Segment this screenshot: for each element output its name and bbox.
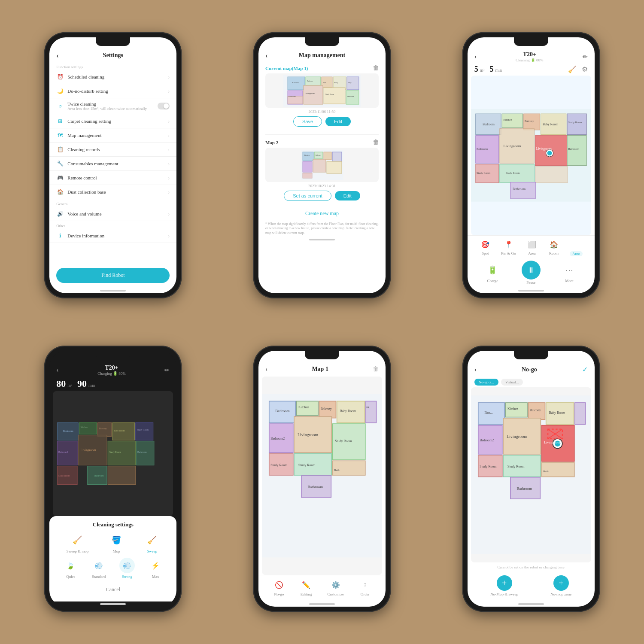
clock-icon: ⏰	[56, 73, 64, 81]
svg-rect-23	[324, 152, 331, 160]
settings-item-records[interactable]: 📋 Cleaning records ›	[49, 143, 176, 157]
sweep-options: 🧹 Sweep & mop 🪣 Mop 🧹 Sweep	[56, 532, 170, 553]
svg-text:Livingroom: Livingroom	[305, 92, 315, 94]
mode-spot[interactable]: 🎯 Spot	[479, 238, 491, 256]
virtual-tab[interactable]: Virtual...	[501, 379, 523, 386]
map-management-title: Map management	[299, 52, 346, 58]
settings-item-remote[interactable]: 🎮 Remote control ›	[49, 171, 176, 185]
pause-control[interactable]: ⏸ Pause	[522, 261, 541, 285]
settings-item-twice[interactable]: ↺ Twice cleaning Area less than 15m², wi…	[49, 98, 176, 114]
map2-section: Map 2 🗑 Kitchen Bal	[258, 137, 386, 207]
no-mop-sweep-plus-icon[interactable]: +	[497, 575, 512, 591]
no-mop-sweep-action[interactable]: + No-Mop & sweep	[490, 575, 518, 596]
settings-item-device[interactable]: ℹ Device information ›	[49, 229, 176, 243]
editing-tool-label: Editing	[301, 592, 312, 596]
sweep-mop-option[interactable]: 🧹 Sweep & mop	[67, 532, 89, 553]
settings-item-voice[interactable]: 🔊 Voice and volume ›	[49, 207, 176, 221]
no-mop-zone-action[interactable]: + No-mop zone	[550, 575, 571, 596]
back-arrow-nogo-icon[interactable]: ‹	[474, 366, 477, 374]
moon-icon: 🌙	[56, 87, 64, 95]
strong-option[interactable]: 💨 Strong	[119, 558, 135, 579]
map1-bg: Bedroom Kitchen Balcony Baby Room BL Bed…	[262, 377, 382, 575]
map1-title: Map 1	[312, 366, 328, 373]
t20-area-unit: m²	[480, 68, 485, 73]
back-arrow-icon[interactable]: ‹	[56, 52, 58, 60]
settings-item-carpet[interactable]: ⊞ Carpet cleaning setting ›	[49, 114, 176, 128]
customize-tool[interactable]: ⚙️ Customize	[327, 579, 344, 596]
mode-auto[interactable]: Auto	[570, 238, 583, 256]
quiet-option[interactable]: 🍃 Quiet	[63, 558, 78, 579]
edit-icon[interactable]: ✏	[583, 53, 588, 61]
mode-room[interactable]: 🏠 Room	[548, 238, 560, 256]
delete-map1-icon[interactable]: 🗑	[373, 366, 379, 373]
svg-text:Livingroom: Livingroom	[503, 144, 521, 148]
delete-icon2[interactable]: 🗑	[373, 139, 379, 146]
chevron-right-icon4: ›	[168, 132, 170, 139]
mode-pin-go[interactable]: 📍 Pin & Go	[501, 238, 516, 256]
cancel-button[interactable]: Cancel	[56, 583, 170, 596]
area-label: Area	[528, 251, 536, 255]
nogo-zone-tab[interactable]: No-go z...	[474, 379, 498, 386]
twice-sub: Area less than 15m², will clean twice au…	[67, 106, 154, 111]
svg-text:Study Room: Study Room	[137, 428, 149, 431]
chevron-right-icon10: ›	[168, 233, 170, 239]
create-new-map-button[interactable]: Create new map	[258, 207, 386, 220]
delete-icon[interactable]: 🗑	[373, 65, 379, 72]
sweep-option[interactable]: 🧹 Sweep	[144, 532, 160, 553]
confirm-nogo-icon[interactable]: ✓	[582, 365, 588, 374]
current-map-section: Current map(Map 1) 🗑	[258, 62, 386, 133]
customize-tool-label: Customize	[327, 592, 344, 596]
standard-option[interactable]: 💨 Standard	[91, 558, 106, 579]
nogo-tool[interactable]: 🚫 No-go	[273, 579, 285, 596]
svg-text:Balcony: Balcony	[525, 119, 534, 122]
back-arrow-t20-icon[interactable]: ‹	[474, 53, 477, 61]
svg-text:Study Room: Study Room	[505, 171, 519, 174]
back-arrow-dark-icon[interactable]: ‹	[56, 366, 58, 374]
svg-text:BL: BL	[366, 406, 370, 409]
edit-button[interactable]: Edit	[325, 117, 351, 126]
strong-icon: 💨	[119, 558, 135, 573]
svg-text:Study Room: Study Room	[477, 171, 490, 174]
edit-dark-icon[interactable]: ✏	[164, 367, 170, 374]
mop-option[interactable]: 🪣 Mop	[109, 532, 124, 553]
settings-item-consumables[interactable]: 🔧 Consumables management ›	[49, 157, 176, 171]
edit-button2[interactable]: Edit	[335, 191, 360, 200]
set-current-button[interactable]: Set as current	[284, 191, 331, 201]
t20-stats: 5 m² 5 min 🧹 ⚙	[468, 63, 595, 76]
charge-label: Charge	[487, 279, 498, 283]
sweep-mop-icon: 🧹	[70, 532, 85, 548]
more-control[interactable]: ⋯ More	[562, 262, 577, 283]
settings-item-dust[interactable]: 🏠 Dust collection base ›	[49, 185, 176, 199]
phone-notch6	[514, 351, 548, 359]
pause-button[interactable]: ⏸	[522, 261, 541, 279]
svg-text:Livingroom: Livingroom	[536, 147, 552, 151]
sweep-icon: 🧹	[144, 532, 160, 548]
charge-control[interactable]: 🔋 Charge	[485, 262, 500, 283]
settings-item-map[interactable]: 🗺 Map management ›	[49, 128, 176, 143]
settings-item-dnd[interactable]: 🌙 Do-no-disturb setting ›	[49, 84, 176, 98]
find-robot-button[interactable]: Find Robot	[56, 268, 170, 283]
svg-text:Livingroom: Livingroom	[544, 440, 560, 444]
general-section-label: General	[49, 199, 176, 207]
back-arrow-map-icon[interactable]: ‹	[265, 52, 267, 60]
order-tool[interactable]: ↕ Order	[359, 579, 371, 596]
twice-toggle[interactable]	[158, 103, 170, 109]
max-option[interactable]: ⚡ Max	[148, 558, 163, 579]
settings-item-scheduled[interactable]: ⏰ Scheduled cleaning ›	[49, 70, 176, 84]
nogo-map: Bor... Kitchen Balcony Baby Room Bedroom…	[471, 387, 591, 562]
editing-tool[interactable]: ✏️ Editing	[300, 579, 312, 596]
standard-label: Standard	[92, 574, 106, 579]
no-mop-zone-plus-icon[interactable]: +	[553, 575, 569, 591]
editing-tool-icon: ✏️	[300, 579, 312, 591]
pause-label: Pause	[526, 280, 535, 285]
settings-icon[interactable]: ⚙	[582, 65, 588, 73]
save-button[interactable]: Save	[293, 116, 322, 127]
t20-map-svg: Bedroom Kitchen Balcony Baby Room Study …	[471, 76, 591, 235]
power-options: 🍃 Quiet 💨 Standard 💨 Strong ⚡ Max	[56, 558, 170, 579]
svg-rect-71	[108, 466, 136, 485]
back-arrow-map1-icon[interactable]: ‹	[265, 365, 267, 373]
other-section-label: Other	[49, 221, 176, 229]
mode-area[interactable]: ⬜ Area	[526, 238, 538, 256]
spot-label: Spot	[482, 251, 489, 255]
cleaning-settings-title: Cleaning settings	[56, 521, 170, 528]
